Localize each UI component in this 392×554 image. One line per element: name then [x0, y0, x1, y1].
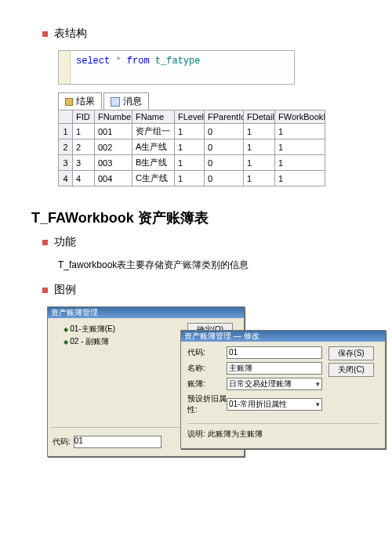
grid-icon	[65, 98, 73, 106]
table-corner	[59, 110, 73, 124]
field-code[interactable]: 01	[227, 346, 322, 359]
sql-gutter	[59, 51, 71, 84]
field-depr[interactable]: 01-常用折旧属性	[227, 398, 322, 411]
col-fdetail: FDetail	[244, 110, 275, 124]
results-tabbar: 结果 消息	[58, 92, 325, 110]
cell: 1	[275, 171, 325, 186]
table-row: 33003B生产线1011	[59, 155, 325, 171]
col-fworkbookid: FWorkBookID	[275, 110, 325, 124]
cell: 1	[175, 124, 205, 139]
window2-note: 说明: 此账簿为主账簿	[187, 429, 379, 440]
sql-keyword-from: from	[127, 56, 150, 67]
heading-table-structure-label: 表结构	[54, 27, 87, 41]
sql-tablename: t_fatype	[155, 56, 201, 67]
table-row: 22002A生产线1011	[59, 139, 325, 155]
sql-editor: select * from t_fatype	[58, 50, 295, 85]
cell: 1	[275, 124, 325, 139]
sql-keyword-select: select	[76, 56, 110, 67]
cell: 1	[244, 155, 275, 171]
cell: 0	[205, 171, 244, 186]
bullet-icon	[42, 288, 48, 293]
cell: 1	[73, 124, 95, 139]
cell: 4	[73, 171, 95, 186]
message-icon	[111, 97, 120, 107]
save-button[interactable]: 保存(S)	[328, 346, 374, 360]
code-label: 代码:	[53, 436, 71, 447]
cell: 002	[95, 139, 132, 155]
row-number: 4	[59, 171, 73, 186]
tree-item[interactable]: 02 - 副账簿	[54, 335, 172, 348]
col-flevel: FLevel	[175, 110, 205, 124]
window2-title: 资产账簿管理 — 修改	[181, 331, 385, 342]
results-table: FID FNumber FName FLevel FParentId FDeta…	[58, 110, 325, 186]
heading-legend-label: 图例	[54, 283, 76, 297]
function-description: T_faworkbook表主要存储资产账簿类别的信息	[58, 259, 361, 272]
col-fid: FID	[73, 110, 95, 124]
field-acct[interactable]: 日常交易处理账簿	[227, 378, 322, 390]
sql-star: *	[115, 56, 121, 67]
tab-results[interactable]: 结果	[58, 92, 102, 110]
row-number: 2	[59, 139, 73, 155]
cell: 1	[175, 139, 205, 155]
bullet-icon	[42, 240, 48, 245]
row-number: 3	[59, 155, 73, 171]
code-row: 代码: 01	[53, 436, 162, 448]
field-name[interactable]: 主账簿	[227, 362, 322, 375]
label-code: 代码:	[187, 347, 227, 358]
tab-results-label: 结果	[76, 95, 95, 108]
col-fparentid: FParentId	[205, 110, 244, 124]
label-acct: 账簿:	[187, 378, 227, 389]
col-fname: FName	[132, 110, 175, 124]
heading-function: 功能	[42, 235, 361, 249]
tab-messages-label: 消息	[123, 95, 142, 108]
cell: 1	[244, 171, 275, 186]
cell: 004	[95, 171, 132, 186]
cell: 0	[205, 139, 244, 155]
table-row: 44004C生产线1011	[59, 171, 325, 186]
results-panel: 结果 消息 FID FNumber FName FLevel FParentId…	[58, 92, 325, 186]
window-workbook-edit: 资产账簿管理 — 修改 代码: 01 名称: 主账簿 账簿: 日常交易处理账簿	[180, 330, 386, 449]
cell: 1	[175, 155, 205, 171]
cell: A生产线	[132, 139, 175, 155]
legend-area: 资产账簿管理 01-主账簿(E) 02 - 副账簿 确定(O) 取消(C) 代码…	[47, 306, 361, 479]
col-fnumber: FNumber	[95, 110, 132, 124]
close-button[interactable]: 关闭(C)	[328, 363, 374, 377]
cell: 003	[95, 155, 132, 171]
cell: 1	[275, 139, 325, 155]
label-name: 名称:	[187, 363, 227, 374]
code-input[interactable]: 01	[74, 436, 162, 448]
cell: B生产线	[132, 155, 175, 171]
tab-messages[interactable]: 消息	[103, 92, 149, 110]
cell: 1	[244, 139, 275, 155]
cell: 资产组一	[132, 124, 175, 139]
heading-table-structure: 表结构	[42, 27, 361, 41]
cell: 1	[275, 155, 325, 171]
cell: 1	[175, 171, 205, 186]
section-title: T_FAWorkbook 资产账簿表	[31, 208, 361, 227]
cell: 1	[244, 124, 275, 139]
row-number: 1	[59, 124, 73, 139]
cell: 3	[73, 155, 95, 171]
heading-legend: 图例	[42, 283, 361, 297]
cell: 2	[73, 139, 95, 155]
heading-function-label: 功能	[54, 235, 76, 249]
table-header-row: FID FNumber FName FLevel FParentId FDeta…	[59, 110, 325, 124]
bullet-icon	[42, 31, 48, 37]
label-depr: 预设折旧属性:	[187, 393, 227, 415]
tree-item[interactable]: 01-主账簿(E)	[54, 323, 172, 335]
cell: C生产线	[132, 171, 175, 186]
table-row: 11001资产组一1011	[59, 124, 325, 139]
cell: 0	[205, 155, 244, 171]
cell: 0	[205, 124, 244, 139]
sql-code: select * from t_fatype	[59, 51, 294, 84]
cell: 001	[95, 124, 132, 139]
window1-title: 资产账簿管理	[48, 307, 244, 318]
